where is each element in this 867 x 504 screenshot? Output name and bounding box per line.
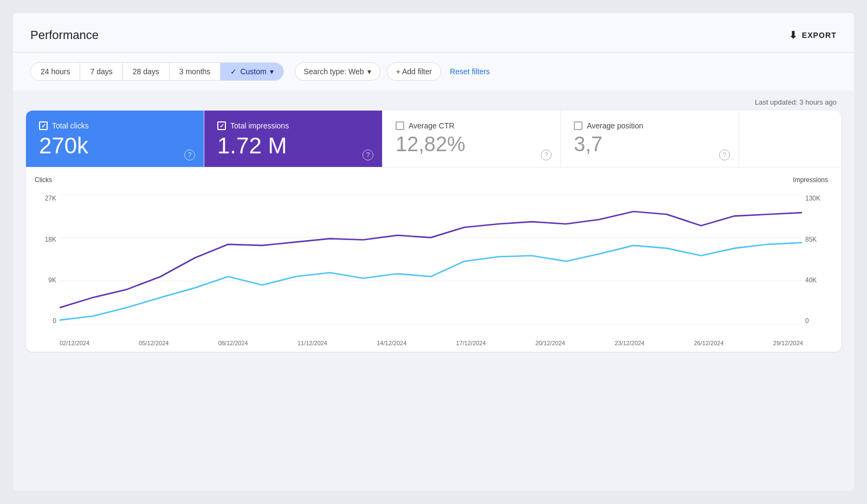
metric-label-position: Average position	[587, 121, 643, 130]
x-label-2: 05/12/2024	[139, 340, 169, 346]
page-title: Performance	[30, 28, 99, 42]
impressions-line	[60, 211, 802, 307]
metric-value-position: 3,7	[574, 133, 726, 156]
chart-axis-label-left: Clicks	[35, 176, 52, 184]
x-label-4: 11/12/2024	[297, 340, 327, 346]
help-icon-position[interactable]: ?	[719, 150, 730, 160]
x-label-5: 14/12/2024	[377, 340, 406, 346]
help-icon-impressions[interactable]: ?	[363, 150, 373, 160]
metric-avg-position[interactable]: Average position 3,7 ?	[561, 111, 739, 167]
metric-total-clicks[interactable]: ✓ Total clicks 270k ?	[26, 111, 204, 167]
page-header: Performance ⬇ EXPORT	[13, 13, 854, 53]
last-updated-text: Last updated: 3 hours ago	[26, 91, 841, 111]
export-button[interactable]: ⬇ EXPORT	[789, 29, 837, 41]
metric-total-impressions[interactable]: ✓ Total impressions 1.72 M ?	[204, 111, 383, 167]
y-left-label-18k: 18K	[45, 236, 56, 243]
checkmark-icon: ✓	[230, 67, 237, 76]
y-left-label-9k: 9K	[48, 276, 56, 284]
x-label-8: 23/12/2024	[614, 340, 644, 346]
performance-page: Performance ⬇ EXPORT 24 hours 7 days 28 …	[13, 13, 854, 491]
x-label-6: 17/12/2024	[456, 340, 486, 346]
metric-checkbox-ctr	[396, 121, 404, 130]
time-btn-7d[interactable]: 7 days	[80, 63, 122, 80]
chart-card: ✓ Total clicks 270k ? ✓ Total impression…	[26, 111, 841, 352]
y-left-label-27k: 27K	[45, 195, 56, 202]
performance-chart	[60, 195, 802, 325]
search-type-button[interactable]: Search type: Web ▾	[295, 62, 380, 81]
time-btn-3m[interactable]: 3 months	[170, 63, 221, 80]
metric-label-clicks: Total clicks	[52, 121, 89, 130]
metric-value-clicks: 270k	[39, 133, 191, 158]
x-label-3: 08/12/2024	[218, 340, 248, 346]
y-right-label-130k: 130K	[805, 195, 820, 202]
y-right-label-40k: 40K	[805, 276, 817, 284]
help-icon-clicks[interactable]: ?	[184, 150, 195, 160]
time-filter-group: 24 hours 7 days 28 days 3 months ✓ Custo…	[30, 62, 284, 81]
reset-filters-button[interactable]: Reset filters	[450, 67, 490, 76]
time-btn-24h[interactable]: 24 hours	[31, 63, 80, 80]
x-label-1: 02/12/2024	[60, 340, 89, 346]
chevron-down-icon: ▾	[367, 67, 371, 76]
time-btn-custom[interactable]: ✓ Custom ▾	[221, 63, 283, 80]
download-icon: ⬇	[789, 29, 798, 41]
metrics-row: ✓ Total clicks 270k ? ✓ Total impression…	[26, 111, 841, 167]
x-label-7: 20/12/2024	[535, 340, 565, 346]
filters-bar: 24 hours 7 days 28 days 3 months ✓ Custo…	[13, 53, 854, 91]
y-right-label-85k: 85K	[805, 236, 817, 243]
metric-value-impressions: 1.72 M	[217, 133, 369, 158]
chart-axis-label-right: Impressions	[793, 176, 828, 184]
chart-area: Clicks Impressions 27K 18K 9K 0 130K 85K…	[26, 167, 841, 352]
metric-checkbox-position	[574, 121, 583, 130]
y-right-label-0: 0	[805, 317, 809, 325]
x-label-10: 29/12/2024	[773, 340, 803, 346]
x-axis-labels: 02/12/2024 05/12/2024 08/12/2024 11/12/2…	[60, 340, 803, 346]
metric-label-impressions: Total impressions	[230, 121, 289, 130]
metric-checkbox-clicks: ✓	[39, 121, 48, 130]
main-content: Last updated: 3 hours ago ✓ Total clicks…	[13, 91, 854, 365]
help-icon-ctr[interactable]: ?	[541, 150, 552, 160]
x-label-9: 26/12/2024	[694, 340, 724, 346]
time-btn-28d[interactable]: 28 days	[123, 63, 170, 80]
metric-avg-ctr[interactable]: Average CTR 12,82% ?	[383, 111, 561, 167]
dropdown-arrow-icon: ▾	[270, 67, 274, 76]
metric-empty	[739, 111, 841, 167]
metric-checkbox-impressions: ✓	[217, 121, 226, 130]
add-filter-button[interactable]: + Add filter	[387, 62, 442, 81]
metric-value-ctr: 12,82%	[396, 133, 547, 156]
metric-label-ctr: Average CTR	[409, 121, 455, 130]
y-left-label-0: 0	[53, 317, 56, 325]
